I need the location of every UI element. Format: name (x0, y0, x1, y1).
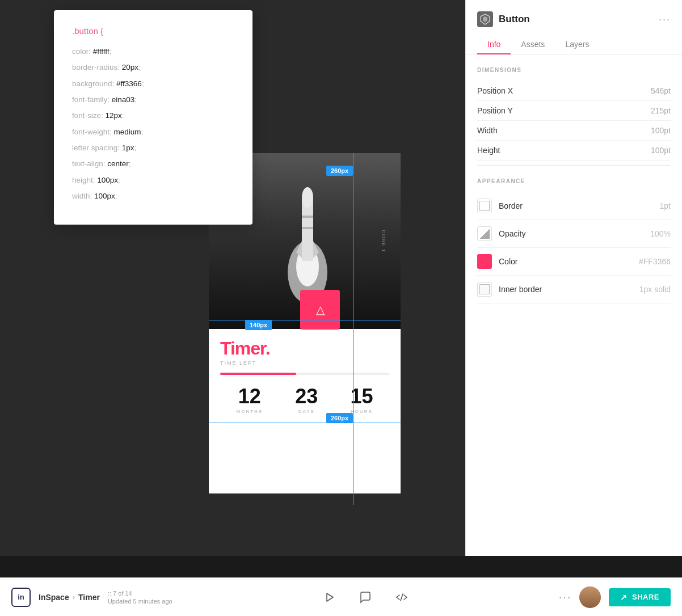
breadcrumb-page[interactable]: Timer (78, 593, 100, 602)
panel-menu-dots[interactable]: ··· (659, 14, 671, 26)
tab-info[interactable]: Info (477, 35, 511, 54)
inner-border-inner (479, 284, 490, 294)
border-icon (477, 199, 492, 213)
panel-body: DIMENSIONS Position X 546pt Position Y 2… (466, 54, 682, 554)
width-value: 100pt (651, 126, 671, 135)
prop-position-y: Position Y 215pt (477, 101, 671, 121)
avatar-face (579, 587, 601, 608)
progress-fill (220, 373, 296, 375)
comment-button[interactable] (355, 587, 376, 607)
css-card: .button { color: #ffffff; border-radius:… (54, 10, 252, 225)
color-label: Color (499, 257, 517, 266)
inner-border-left: Inner border (477, 282, 542, 297)
guide-vertical (353, 153, 354, 505)
svg-line-9 (401, 594, 403, 601)
toolbar-dots[interactable]: ··· (559, 590, 572, 604)
play-icon (323, 591, 335, 604)
section-divider (477, 165, 671, 166)
months-unit: MONTHS (237, 409, 263, 414)
css-selector: .button { (72, 26, 234, 36)
prop-width: Width 100pt (477, 121, 671, 141)
phone-content: Timer. TIME LEFT 12 MONTHS 23 DAYS (209, 329, 401, 493)
position-x-label: Position X (477, 86, 513, 95)
play-button[interactable] (319, 587, 339, 607)
page-info-block: :: 7 of 14 Updated 5 minutes ago (108, 590, 172, 605)
months-number: 12 (237, 386, 263, 407)
border-icon-inner (479, 201, 490, 211)
toolbar-right: ··· ↗ SHARE (559, 587, 671, 608)
right-panel: Button ··· Info Assets Layers DIMENSIONS… (465, 0, 682, 556)
code-button[interactable] (391, 587, 412, 607)
tab-layers[interactable]: Layers (555, 35, 599, 54)
guide-horizontal-bottom (209, 423, 401, 423)
color-swatch (477, 254, 492, 269)
inspace-logo: in (11, 588, 31, 607)
guide-horizontal-top (209, 320, 401, 320)
appearance-color: Color #FF3366 (477, 248, 671, 276)
countdown-row: 12 MONTHS 23 DAYS 15 HOURS (220, 386, 389, 414)
timer-title: Timer. (220, 338, 389, 359)
inner-border-label: Inner border (499, 285, 542, 294)
opacity-icon (477, 226, 492, 241)
days-number: 23 (295, 386, 318, 407)
panel-title-row: Button ··· (477, 11, 671, 27)
update-time: Updated 5 minutes ago (108, 598, 172, 605)
height-label: Height (477, 146, 500, 155)
appearance-border: Border 1pt (477, 192, 671, 220)
breadcrumb-sub: Timer (78, 593, 100, 602)
height-value: 100pt (651, 146, 671, 155)
dimensions-section-title: DIMENSIONS (477, 67, 671, 73)
comment-icon (359, 591, 372, 604)
toolbar-center (319, 587, 412, 607)
breadcrumb: InSpace › Timer (39, 593, 100, 602)
appearance-opacity: Opacity 100% (477, 220, 671, 248)
width-label: Width (477, 126, 498, 135)
svg-marker-8 (327, 593, 333, 601)
position-y-label: Position Y (477, 106, 513, 115)
opacity-label: Opacity (499, 229, 525, 238)
panel-component-name: Button (499, 14, 530, 25)
svg-rect-7 (302, 227, 313, 229)
appearance-section-title: APPEARANCE (477, 178, 671, 184)
position-y-value: 215pt (651, 106, 671, 115)
breadcrumb-project[interactable]: InSpace (39, 593, 69, 602)
triangle-icon: △ (316, 303, 325, 317)
opacity-left: Opacity (477, 226, 525, 241)
panel-tabs: Info Assets Layers (477, 35, 671, 54)
measure-label-top: 260px (326, 166, 353, 176)
breadcrumb-separator: › (73, 593, 75, 601)
color-left: Color (477, 254, 517, 269)
position-x-value: 546pt (651, 86, 671, 95)
bottom-toolbar: in InSpace › Timer :: 7 of 14 Updated 5 … (0, 577, 682, 616)
appearance-inner-border: Inner border 1px solid (477, 276, 671, 303)
tab-assets[interactable]: Assets (511, 35, 555, 54)
red-button[interactable]: △ (300, 290, 340, 330)
countdown-months: 12 MONTHS (237, 386, 263, 414)
share-arrow-icon: ↗ (620, 593, 628, 602)
component-icon (477, 11, 493, 27)
inner-border-value: 1px solid (639, 285, 671, 294)
page-count: :: 7 of 14 (108, 590, 172, 597)
countdown-days: 23 DAYS (295, 386, 318, 414)
avatar (579, 587, 601, 608)
code-icon (395, 591, 408, 604)
css-properties: color: #ffffff; border-radius: 20px; bac… (72, 44, 234, 204)
border-value: 1pt (660, 201, 671, 210)
canvas: .button { color: #ffffff; border-radius:… (0, 0, 465, 556)
share-label: SHARE (632, 593, 659, 601)
toolbar-left: in InSpace › Timer :: 7 of 14 Updated 5 … (11, 588, 172, 607)
measure-label-left: 140px (245, 320, 272, 330)
opacity-icon-inner (479, 229, 490, 239)
logo-mark[interactable]: in (11, 588, 31, 607)
share-button[interactable]: ↗ SHARE (609, 588, 671, 606)
days-unit: DAYS (295, 409, 318, 414)
panel-title-left: Button (477, 11, 530, 27)
border-label: Border (499, 201, 523, 210)
core-label: CORE 1 (381, 230, 386, 252)
border-left: Border (477, 199, 523, 213)
svg-rect-2 (302, 199, 313, 261)
inner-border-icon (477, 282, 492, 297)
progress-bar (220, 373, 389, 375)
color-value: #FF3366 (639, 257, 671, 266)
svg-rect-6 (302, 216, 313, 218)
